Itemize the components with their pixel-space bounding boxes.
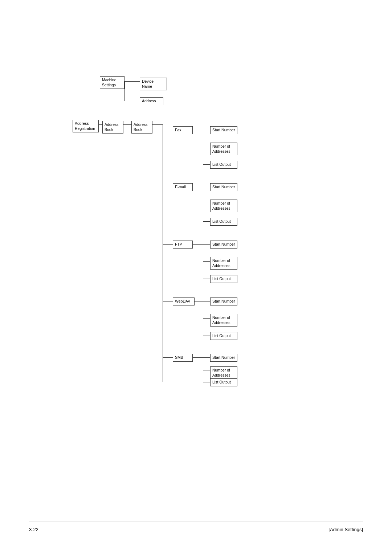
vline-protocols xyxy=(163,124,163,382)
footer-section: [Admin Settings] xyxy=(328,527,363,532)
line-email-numaddr xyxy=(203,204,210,204)
line-ftp-start xyxy=(203,244,210,245)
line-machine-address xyxy=(124,81,125,101)
line-to-smb xyxy=(163,357,173,358)
fax-node: Fax xyxy=(173,126,193,134)
fax-num-addresses-node: Number of Addresses xyxy=(210,143,237,155)
line-ftp-numaddr xyxy=(203,261,210,262)
line-smb-numaddr xyxy=(203,370,210,370)
footer-page-number: 3-22 xyxy=(29,527,38,532)
line-email-start xyxy=(203,187,210,187)
line-ftp-right xyxy=(193,244,203,245)
line-smb-start xyxy=(203,357,210,358)
line-fax-start xyxy=(203,130,210,130)
smb-node: SMB xyxy=(173,354,193,362)
vline-fax-items xyxy=(203,124,203,175)
ftp-list-output-node: List Output xyxy=(210,275,237,283)
line-to-address xyxy=(124,101,140,101)
tree-diagram: Machine Settings Device Name Address Add… xyxy=(73,73,319,399)
smb-start-number-node: Start Number xyxy=(210,354,237,362)
vline-email-items xyxy=(203,181,203,231)
address-book-1-node: Address Book xyxy=(102,121,123,134)
webdav-node: WebDAV xyxy=(173,297,195,305)
line-fax-listout xyxy=(203,164,210,165)
line-ftp-listout xyxy=(203,279,210,279)
email-node: E-mail xyxy=(173,183,193,191)
smb-list-output-node: List Output xyxy=(210,378,237,386)
line-smb-right xyxy=(193,357,203,358)
vline-ftp-items xyxy=(203,239,203,289)
webdav-num-addresses-node: Number of Addresses xyxy=(210,314,237,327)
line-to-fax xyxy=(163,130,173,130)
address-node: Address xyxy=(140,97,163,105)
webdav-list-output-node: List Output xyxy=(210,332,237,340)
footer-divider xyxy=(29,521,363,521)
line-machine-devicename xyxy=(124,81,140,82)
line-book2-fax xyxy=(152,124,163,125)
line-reg-book1 xyxy=(99,124,102,125)
line-webdav-start xyxy=(203,301,210,301)
line-email-listout xyxy=(203,221,210,222)
line-webdav-right xyxy=(195,301,203,301)
line-fax-numaddr xyxy=(203,147,210,147)
vline-smb-items xyxy=(203,352,203,382)
line-fax-right xyxy=(193,130,203,130)
ftp-num-addresses-node: Number of Addresses xyxy=(210,257,237,270)
line-webdav-numaddr xyxy=(203,318,210,319)
footer: 3-22 [Admin Settings] xyxy=(29,527,363,532)
fax-list-output-node: List Output xyxy=(210,161,237,169)
address-registration-node: Address Registration xyxy=(73,120,99,132)
email-start-number-node: Start Number xyxy=(210,183,237,191)
webdav-start-number-node: Start Number xyxy=(210,297,237,305)
line-to-email xyxy=(163,187,173,187)
line-webdav-listout xyxy=(203,336,210,336)
email-list-output-node: List Output xyxy=(210,218,237,226)
left-border-line xyxy=(91,73,91,385)
vline-webdav-items xyxy=(203,296,203,346)
email-num-addresses-node: Number of Addresses xyxy=(210,200,237,212)
line-to-ftp xyxy=(163,244,173,245)
ftp-start-number-node: Start Number xyxy=(210,241,237,249)
line-to-webdav xyxy=(163,301,173,301)
fax-start-number-node: Start Number xyxy=(210,126,237,134)
line-smb-listout xyxy=(203,382,210,382)
address-book-2-node: Address Book xyxy=(131,121,152,134)
ftp-node: FTP xyxy=(173,241,193,249)
line-book1-book2 xyxy=(123,124,131,125)
device-name-node: Device Name xyxy=(140,78,167,90)
machine-settings-node: Machine Settings xyxy=(100,76,124,89)
smb-num-addresses-node: Number of Addresses xyxy=(210,366,237,379)
line-email-right xyxy=(193,187,203,187)
